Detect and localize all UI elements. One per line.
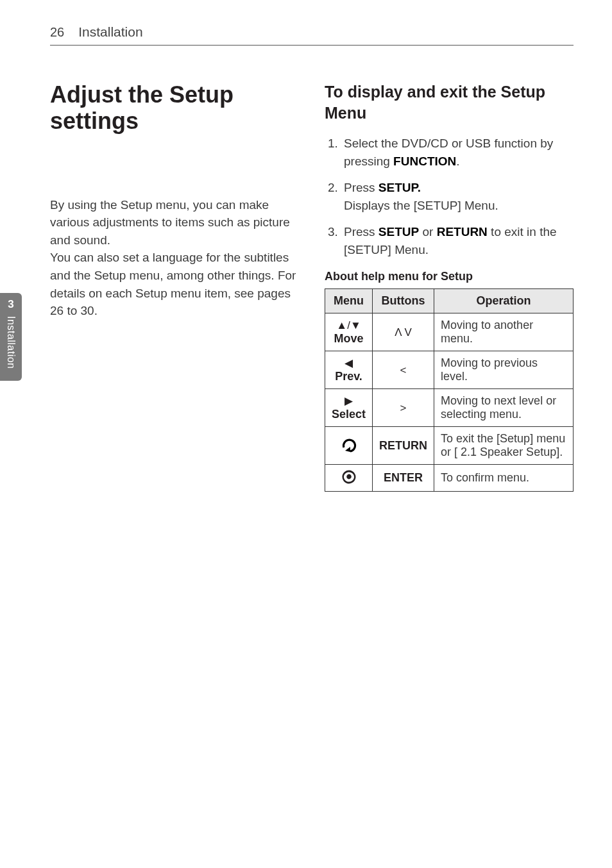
table-caption: About help menu for Setup [325,270,574,283]
header-title: Installation [78,24,142,40]
step-bold: SETUP [378,225,419,238]
svg-marker-0 [345,447,350,452]
page-header: 26 Installation [50,24,574,46]
th-menu: Menu [325,289,373,313]
main-heading: Adjust the Setup settings [50,81,299,135]
table-row: ⦿ ENTER To confirm menu. [325,465,574,492]
up-down-triangle-icon: ▲/▼ [336,319,361,331]
caret-up-down-icon: Λ V [395,326,411,338]
cell-menu-enter: ⦿ [325,465,373,492]
step-text: Press [344,225,378,238]
step-line2: Displays the [SETUP] Menu. [344,199,498,212]
less-than-icon: < [400,364,407,376]
th-operation: Operation [434,289,574,313]
menu-label: Prev. [335,370,362,383]
cell-operation: Moving to next level or selecting menu. [434,389,574,427]
cell-button: ENTER [373,465,434,492]
side-tab: 3 Installation [0,293,22,381]
right-triangle-icon: ▶ [344,395,353,407]
step-bold: FUNCTION [393,154,456,168]
intro-para-2: You can also set a language for the subt… [50,249,299,319]
cell-button: > [373,389,434,427]
intro-para-1: By using the Setup menu, you can make va… [50,196,299,249]
menu-label: Move [334,332,364,345]
cell-menu-select: ▶ Select [325,389,373,427]
cell-button: RETURN [373,427,434,465]
cell-operation: Moving to previous level. [434,351,574,389]
step-1: Select the DVD/CD or USB function by pre… [341,135,574,170]
cell-operation: Moving to another menu. [434,313,574,351]
table-row: RETURN To exit the [Setup] menu or [ 2.1… [325,427,574,465]
greater-than-icon: > [400,402,407,414]
right-column: To display and exit the Setup Menu Selec… [325,81,574,492]
content-columns: Adjust the Setup settings By using the S… [50,81,574,492]
step-text: or [419,225,436,238]
page: 26 Installation 3 Installation Adjust th… [0,0,612,868]
cell-menu-move: ▲/▼ Move [325,313,373,351]
steps-list: Select the DVD/CD or USB function by pre… [325,135,574,258]
cell-menu-prev: ◀ Prev. [325,351,373,389]
step-text: . [456,154,459,168]
table-row: ▲/▼ Move Λ V Moving to another menu. [325,313,574,351]
left-column: Adjust the Setup settings By using the S… [50,81,299,492]
left-triangle-icon: ◀ [344,357,353,369]
side-tab-number: 3 [0,298,22,311]
cell-button: < [373,351,434,389]
step-2: Press SETUP. Displays the [SETUP] Menu. [341,179,574,214]
page-number: 26 [50,25,64,40]
cell-operation: To confirm menu. [434,465,574,492]
step-3: Press SETUP or RETURN to exit in the [SE… [341,223,574,258]
table-header-row: Menu Buttons Operation [325,289,574,313]
cell-menu-return [325,427,373,465]
table-row: ◀ Prev. < Moving to previous level. [325,351,574,389]
enter-icon: ⦿ [341,470,357,485]
step-bold: SETUP. [378,181,421,194]
side-tab-label: Installation [5,316,17,369]
return-icon [339,438,359,453]
table-row: ▶ Select > Moving to next level or selec… [325,389,574,427]
cell-button: Λ V [373,313,434,351]
help-table: Menu Buttons Operation ▲/▼ Move Λ V Movi… [325,288,574,492]
step-text: Press [344,181,378,194]
sub-heading: To display and exit the Setup Menu [325,81,574,123]
step-bold: RETURN [437,225,488,238]
cell-operation: To exit the [Setup] menu or [ 2.1 Speake… [434,427,574,465]
th-buttons: Buttons [373,289,434,313]
menu-label: Select [332,408,366,421]
